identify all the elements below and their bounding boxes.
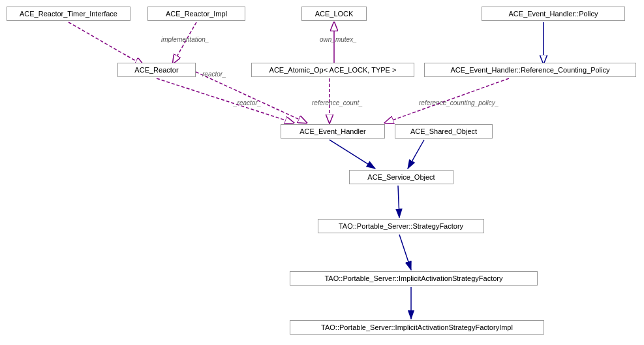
- node-tao-implicit-activation-strategy-factory[interactable]: TAO::Portable_Server::ImplicitActivation…: [290, 271, 538, 286]
- node-tao-implicit-activation-strategy-factory-impl[interactable]: TAO::Portable_Server::ImplicitActivation…: [290, 320, 544, 335]
- node-ace-lock[interactable]: ACE_LOCK: [301, 7, 367, 21]
- node-ace-reactor[interactable]: ACE_Reactor: [117, 63, 196, 77]
- node-ace-shared-object[interactable]: ACE_Shared_Object: [395, 124, 493, 139]
- label-reactor1: reactor_: [202, 71, 226, 78]
- svg-line-8: [196, 72, 307, 123]
- label-own-mutex: own_mutex_: [320, 36, 357, 43]
- svg-line-12: [330, 140, 375, 169]
- arrows-svg: [0, 0, 644, 345]
- svg-line-13: [408, 140, 424, 169]
- class-diagram: ACE_Reactor_Timer_Interface ACE_Reactor_…: [0, 0, 644, 345]
- label-reference-count: reference_count_: [312, 99, 363, 107]
- svg-line-9: [157, 78, 294, 123]
- label-implementation: implementation_: [161, 36, 209, 43]
- node-ace-event-handler-policy[interactable]: ACE_Event_Handler::Policy: [482, 7, 625, 21]
- label-reference-counting-policy: reference_counting_policy_: [419, 99, 498, 107]
- node-ace-reactor-timer-interface[interactable]: ACE_Reactor_Timer_Interface: [7, 7, 130, 21]
- node-ace-event-handler[interactable]: ACE_Event_Handler: [281, 124, 385, 139]
- svg-line-14: [398, 186, 399, 218]
- node-ace-reactor-impl[interactable]: ACE_Reactor_Impl: [147, 7, 245, 21]
- node-ace-service-object[interactable]: ACE_Service_Object: [349, 170, 453, 184]
- node-ace-event-handler-ref-counting-policy[interactable]: ACE_Event_Handler::Reference_Counting_Po…: [424, 63, 636, 77]
- label-reactor2: _reactor_: [234, 99, 261, 107]
- node-tao-strategy-factory[interactable]: TAO::Portable_Server::StrategyFactory: [318, 219, 484, 233]
- svg-line-15: [399, 235, 411, 270]
- svg-line-4: [69, 22, 144, 65]
- node-ace-atomic-op[interactable]: ACE_Atomic_Op< ACE_LOCK, TYPE >: [251, 63, 414, 77]
